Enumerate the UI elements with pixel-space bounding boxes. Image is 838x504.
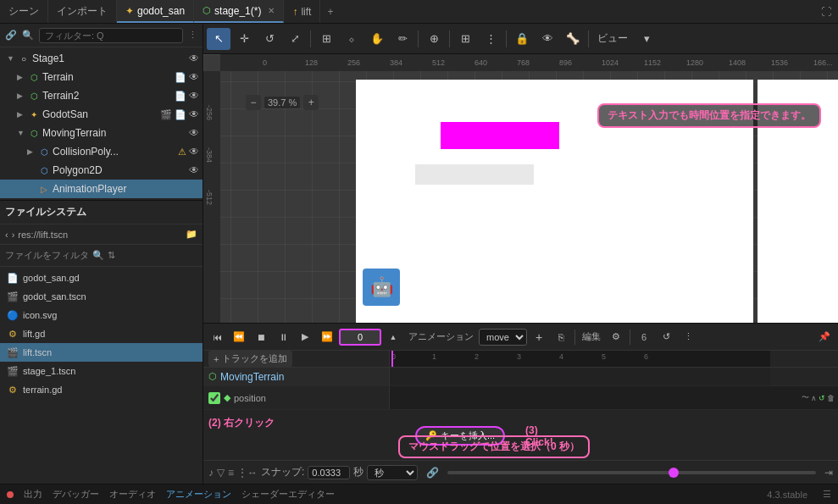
- toolbar-snap-node-btn[interactable]: ⬦: [340, 28, 364, 50]
- tree-item-polygon2d[interactable]: ⬡ Polygon2D 👁: [0, 161, 203, 180]
- toolbar-snap-grid-btn[interactable]: ⊞: [314, 28, 338, 50]
- anim-time-input[interactable]: [339, 329, 381, 346]
- fs-folder-icon: 📁: [186, 229, 197, 240]
- tab-godotsan[interactable]: ✦ godot_san: [117, 0, 194, 23]
- fs-forward-icon[interactable]: ›: [12, 230, 15, 240]
- anim-pin-btn[interactable]: 📌: [814, 327, 835, 347]
- toolbar-hide-btn[interactable]: 👁: [536, 28, 559, 50]
- status-audio-tab[interactable]: オーディオ: [109, 488, 156, 501]
- toolbar-rotate-btn[interactable]: ↺: [258, 28, 281, 50]
- add-track-button[interactable]: + トラックを追加: [208, 351, 292, 367]
- zoom-in-btn[interactable]: +: [303, 95, 319, 110]
- snap-link-icon: 🔗: [426, 467, 439, 479]
- tree-item-movingterrain[interactable]: ▼ ⬡ MovingTerrain 👁: [0, 124, 203, 142]
- anim-refresh-btn[interactable]: ↺: [656, 327, 676, 347]
- trash-icon[interactable]: 🗑: [827, 394, 835, 402]
- annotation-top-area: テキスト入力でも時間位置を指定できます。: [597, 103, 821, 128]
- tree-item-stage1[interactable]: ▼ ○ Stage1 👁: [0, 49, 203, 68]
- curve-icon2[interactable]: ∧: [811, 394, 817, 402]
- tab-stage[interactable]: ⬡ stage_1(*) ✕: [194, 0, 284, 23]
- tree-item-animationplayer[interactable]: ▷ AnimationPlayer: [0, 180, 203, 198]
- track-checkbox-position[interactable]: [208, 392, 220, 404]
- toolbar-select-btn[interactable]: ↖: [207, 28, 230, 50]
- add-tab-button[interactable]: +: [320, 6, 340, 18]
- terrain2-script-icon: 📄: [175, 91, 186, 102]
- tree-icon-godotsan: ✦: [27, 108, 41, 121]
- snap-list-icon: ≡: [228, 467, 234, 479]
- fs-sort-icon[interactable]: ⇅: [108, 250, 115, 261]
- anim-duplicate-btn[interactable]: ⎘: [551, 327, 571, 347]
- fs-back-icon[interactable]: ‹: [5, 230, 8, 240]
- curve-icon1[interactable]: 〜: [802, 392, 809, 403]
- tree-label-stage1: Stage1: [32, 53, 187, 64]
- snap-slider[interactable]: [447, 471, 816, 474]
- fs-item-lift-gd[interactable]: ⚙ lift.gd: [0, 324, 203, 343]
- playhead[interactable]: [391, 351, 393, 367]
- anim-next-frame-btn[interactable]: ⏩: [317, 327, 337, 347]
- fs-list: 📄 godot_san.gd 🎬 godot_san.tscn 🔵 icon.s…: [0, 267, 203, 484]
- anim-select[interactable]: move: [479, 329, 527, 346]
- anim-time-arrow-up[interactable]: ▲: [383, 327, 403, 347]
- status-debugger-tab[interactable]: デバッガー: [53, 488, 99, 501]
- anim-drag-annotation-bubble: マウスドラッグで位置を選択（0 秒）: [398, 435, 590, 458]
- tree-item-terrain[interactable]: ▶ ⬡ Terrain 📄 👁: [0, 68, 203, 86]
- stage-tab-label: stage_1(*): [214, 5, 261, 17]
- anim-more-btn[interactable]: ⋮: [678, 327, 698, 347]
- tree-item-terrain2[interactable]: ▶ ⬡ Terrain2 📄 👁: [0, 86, 203, 105]
- fs-name-stage-tscn: stage_1.tscn: [23, 366, 75, 376]
- anim-edit-btn[interactable]: ⚙: [606, 327, 626, 347]
- tab-lift[interactable]: ↑ lift: [284, 0, 320, 23]
- anim-pause-btn[interactable]: ⏸: [273, 327, 293, 347]
- stage-tab-close[interactable]: ✕: [268, 6, 275, 15]
- snap-toolbar: ♪ ▽ ≡ ⋮↔ スナップ: 秒 秒 🔗 ⇥: [203, 460, 838, 484]
- anim-play-btn[interactable]: ▶: [295, 327, 315, 347]
- anim-prev-btn[interactable]: ⏮: [207, 327, 227, 347]
- tree-item-godotsan[interactable]: ▶ ✦ GodotSan 🎬 📄 👁: [0, 105, 203, 124]
- fs-search-icon[interactable]: 🔍: [92, 250, 104, 261]
- toolbar-view-more-btn[interactable]: ▾: [635, 28, 658, 50]
- viewport[interactable]: 0 128 256 384 512 640 768 896 1024 1152 …: [203, 54, 838, 323]
- snap-value-input[interactable]: [308, 466, 350, 479]
- status-animation-tab[interactable]: アニメーション: [166, 488, 231, 501]
- tab-import[interactable]: インポート: [48, 0, 117, 23]
- toolbar-bone-btn[interactable]: 🦴: [561, 28, 585, 50]
- toolbar-anchor-btn[interactable]: ⊕: [422, 28, 446, 50]
- fs-item-stage-tscn[interactable]: 🎬 stage_1.tscn: [0, 362, 203, 380]
- curve-icon3[interactable]: ↺: [819, 394, 825, 402]
- anim-edit-label: 編集: [579, 330, 604, 343]
- status-shader-tab[interactable]: シェーダーエディター: [241, 488, 335, 501]
- anim-add-anim-btn[interactable]: +: [529, 327, 549, 347]
- platform-magenta: [441, 122, 559, 149]
- toolbar-scale-btn[interactable]: ⤢: [283, 28, 307, 50]
- tree-item-collisionpoly[interactable]: ▶ ⬡ CollisionPoly... ⚠ 👁: [0, 142, 203, 161]
- toolbar-move-btn[interactable]: ✛: [232, 28, 256, 50]
- anim-stop-btn[interactable]: ⏹: [251, 327, 271, 347]
- snap-slider-thumb: [669, 468, 679, 478]
- track-right-position[interactable]: 〜 ∧ ↺ 🗑: [390, 386, 838, 409]
- eye-icon-terrain: 👁: [189, 71, 199, 83]
- filesystem-panel: ファイルシステム ‹ › res://lift.tscn 📁 ファイルをフィルタ…: [0, 201, 203, 484]
- anim-prev-frame-btn[interactable]: ⏪: [229, 327, 249, 347]
- fs-icon-gd2: ⚙: [7, 328, 19, 340]
- toolbar-hand-btn[interactable]: ✋: [365, 28, 389, 50]
- fs-item-godotsan-gd[interactable]: 📄 godot_san.gd: [0, 269, 203, 287]
- fs-name-terrain-gd: terrain.gd: [23, 385, 62, 395]
- toolbar-pen-btn[interactable]: ✏: [391, 28, 414, 50]
- tab-scene[interactable]: シーン: [0, 0, 48, 23]
- status-output-tab[interactable]: 出力: [24, 488, 42, 501]
- fullscreen-button[interactable]: ⛶: [814, 6, 838, 18]
- zoom-out-btn[interactable]: −: [246, 95, 261, 110]
- fs-item-godotsan-tscn[interactable]: 🎬 godot_san.tscn: [0, 287, 203, 306]
- toolbar-lock-btn[interactable]: 🔒: [510, 28, 534, 50]
- main-toolbar: ↖ ✛ ↺ ⤢ ⊞ ⬦ ✋ ✏ ⊕ ⊞ ⋮ 🔒 👁 🦴 ビュー: [203, 24, 838, 54]
- toolbar-grid-btn[interactable]: ⊞: [453, 28, 477, 50]
- fs-item-icon-svg[interactable]: 🔵 icon.svg: [0, 306, 203, 324]
- ruler-vertical: -256 -384 -512: [203, 71, 220, 323]
- fs-item-lift-tscn[interactable]: 🎬 lift.tscn: [0, 343, 203, 362]
- animation-panel: ⏮ ⏪ ⏹ ⏸ ▶ ⏩ ▲ アニメーション move + ⎘ 編集: [203, 323, 838, 484]
- toolbar-more-btn[interactable]: ⋮: [479, 28, 502, 50]
- scene-filter-input[interactable]: [39, 28, 183, 43]
- anim-drag-annotation-text: マウスドラッグで位置を選択（0 秒）: [408, 440, 580, 452]
- fs-item-terrain-gd[interactable]: ⚙ terrain.gd: [0, 380, 203, 399]
- snap-unit-select[interactable]: 秒: [367, 465, 418, 480]
